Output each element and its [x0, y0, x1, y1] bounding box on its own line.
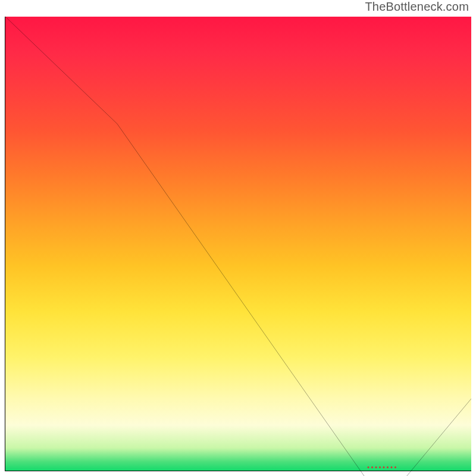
attribution-text: TheBottleneck.com — [365, 0, 469, 14]
optimal-range-marker: •••••••• — [367, 464, 398, 471]
plot-area: •••••••• — [5, 17, 471, 471]
curve-svg — [5, 17, 471, 476]
bottleneck-curve — [5, 17, 471, 476]
